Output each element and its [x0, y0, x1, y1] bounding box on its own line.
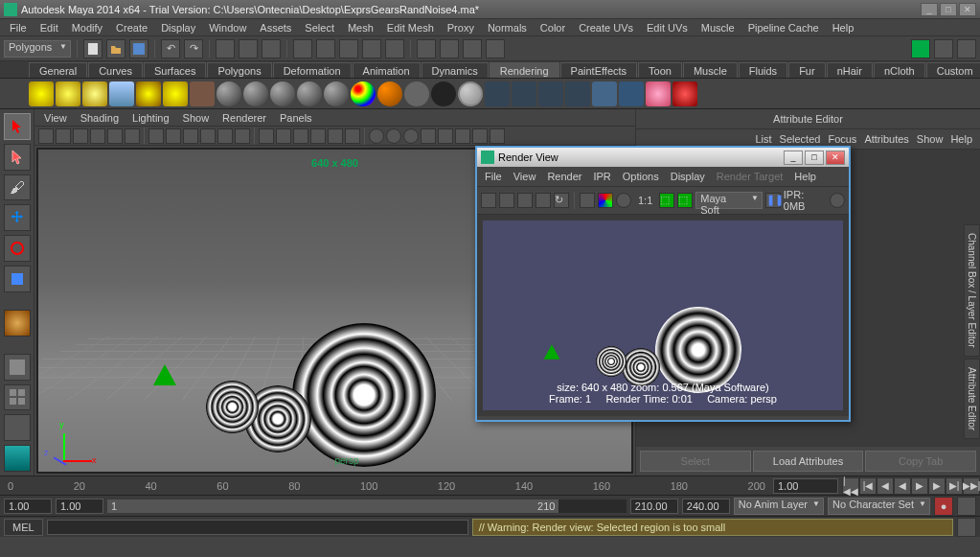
film-gate-icon[interactable] — [166, 128, 181, 144]
open-scene-icon[interactable] — [106, 39, 125, 58]
resolution-gate-icon[interactable] — [183, 128, 198, 144]
menu-display[interactable]: Display — [155, 20, 201, 35]
cancel-batch-icon[interactable] — [565, 81, 590, 106]
volume-light-icon[interactable] — [163, 81, 188, 106]
menu-edit[interactable]: Edit — [34, 20, 64, 35]
xray-icon[interactable] — [386, 128, 401, 144]
attribute-editor-tab[interactable]: Attribute Editor — [964, 359, 980, 439]
rv-menu-ipr[interactable]: IPR — [589, 169, 614, 184]
menu-create-uvs[interactable]: Create UVs — [573, 20, 639, 35]
ae-menu-help[interactable]: Help — [950, 133, 972, 145]
account-icon[interactable] — [934, 39, 953, 58]
move-tool[interactable] — [4, 204, 31, 231]
anim-preferences-button[interactable] — [957, 497, 976, 516]
wireframe-icon[interactable] — [259, 128, 274, 144]
script-editor-button[interactable] — [957, 518, 976, 537]
rv-menu-render[interactable]: Render — [543, 169, 585, 184]
shading-map-icon[interactable] — [458, 81, 483, 106]
menu-edit-mesh[interactable]: Edit Mesh — [381, 20, 440, 35]
rv-pause-ipr-icon[interactable]: ❚❚ — [765, 193, 781, 208]
shelf-tab-surfaces[interactable]: Surfaces — [144, 62, 206, 78]
area-light-icon[interactable] — [109, 81, 134, 106]
motion-blur-icon[interactable] — [472, 128, 488, 144]
menu-edit-uvs[interactable]: Edit UVs — [641, 20, 694, 35]
save-scene-icon[interactable] — [129, 39, 148, 58]
menu-normals[interactable]: Normals — [482, 20, 533, 35]
shelf-tab-rendering[interactable]: Rendering — [490, 62, 559, 78]
persp-outliner-icon[interactable] — [4, 414, 31, 441]
anim-end-field[interactable] — [682, 499, 730, 514]
viewmenu-panels[interactable]: Panels — [274, 110, 318, 126]
ae-load-button[interactable]: Load Attributes — [753, 451, 864, 472]
snap-grid-icon[interactable] — [293, 39, 312, 58]
menu-modify[interactable]: Modify — [66, 20, 108, 35]
ae-menu-list[interactable]: List — [755, 133, 771, 145]
toolbox-icon[interactable] — [957, 39, 976, 58]
play-back-button[interactable]: ◀ — [894, 477, 911, 495]
phonge-material-icon[interactable] — [297, 81, 322, 106]
menu-pipeline-cache[interactable]: Pipeline Cache — [742, 20, 825, 35]
viewmenu-view[interactable]: View — [38, 110, 73, 126]
use-background-icon[interactable] — [431, 81, 456, 106]
menu-assets[interactable]: Assets — [254, 20, 297, 35]
lock-camera-icon[interactable] — [56, 128, 71, 144]
ipr-icon[interactable] — [512, 81, 536, 106]
rv-menu-display[interactable]: Display — [667, 169, 709, 184]
rv-redo-render-icon[interactable] — [481, 193, 496, 208]
shelf-tab-muscle[interactable]: Muscle — [683, 62, 738, 78]
xray-joints-icon[interactable] — [403, 128, 419, 144]
construction-history-icon[interactable] — [417, 39, 436, 58]
ae-menu-focus[interactable]: Focus — [828, 133, 856, 145]
rv-options-icon[interactable] — [580, 193, 595, 208]
render-current-icon[interactable] — [485, 81, 510, 106]
last-tool[interactable] — [4, 310, 31, 337]
rv-menu-help[interactable]: Help — [790, 169, 820, 184]
render-settings-icon[interactable] — [486, 39, 505, 58]
shelf-tab-custom[interactable]: Custom — [926, 62, 980, 78]
command-language-label[interactable]: MEL — [4, 519, 43, 536]
ipr-render-icon[interactable] — [463, 39, 482, 58]
shelf-tab-deformation[interactable]: Deformation — [273, 62, 352, 78]
step-forward-key-button[interactable]: ▶| — [946, 477, 963, 495]
menu-mesh[interactable]: Mesh — [342, 20, 379, 35]
redo-icon[interactable]: ↷ — [184, 39, 203, 58]
ae-select-button[interactable]: Select — [640, 451, 751, 472]
shelf-tab-fur[interactable]: Fur — [788, 62, 826, 78]
shelf-tab-polygons[interactable]: Polygons — [207, 62, 271, 78]
bookmarks-icon[interactable] — [73, 128, 88, 144]
shelf-tab-nhair[interactable]: nHair — [827, 62, 873, 78]
auto-key-button[interactable]: ● — [934, 497, 953, 516]
playback-start-field[interactable] — [56, 499, 103, 514]
grease-pencil-icon[interactable] — [125, 128, 140, 144]
multisample-icon[interactable] — [490, 128, 505, 144]
layered-material-icon[interactable] — [377, 81, 402, 106]
command-input[interactable] — [47, 520, 468, 535]
select-by-component-icon[interactable] — [262, 39, 281, 58]
field-chart-icon[interactable] — [217, 128, 233, 144]
shelf-tab-curves[interactable]: Curves — [88, 62, 143, 78]
ramp-material-icon[interactable] — [351, 81, 376, 106]
grid-toggle-icon[interactable] — [148, 128, 164, 144]
high-quality-icon[interactable] — [438, 128, 453, 144]
anim-layer-dropdown[interactable]: No Anim Layer — [734, 498, 824, 515]
go-to-end-button[interactable]: ▶▶| — [963, 477, 980, 495]
blinn-material-icon[interactable] — [243, 81, 268, 106]
snap-live-icon[interactable] — [385, 39, 404, 58]
rv-close-ipr-icon[interactable] — [830, 193, 845, 208]
render-pass-icon[interactable] — [672, 81, 697, 106]
menu-proxy[interactable]: Proxy — [442, 20, 480, 35]
anim-start-field[interactable] — [4, 499, 52, 514]
rv-remove-image-icon[interactable]: ⬚ — [677, 193, 693, 208]
channel-box-tab[interactable]: Channel Box / Layer Editor — [964, 224, 980, 357]
step-back-key-button[interactable]: |◀ — [859, 477, 877, 495]
single-view-icon[interactable] — [4, 354, 31, 381]
snap-plane-icon[interactable] — [362, 39, 381, 58]
shelf-tab-painteffects[interactable]: PaintEffects — [560, 62, 638, 78]
hypershade-icon[interactable] — [619, 81, 644, 106]
render-canvas[interactable]: size: 640 x 480 zoom: 0.567 (Maya Softwa… — [483, 220, 843, 410]
flat-shade-icon[interactable] — [293, 128, 308, 144]
2d-pan-icon[interactable] — [107, 128, 123, 144]
viewmenu-shading[interactable]: Shading — [75, 110, 125, 126]
snap-curve-icon[interactable] — [316, 39, 335, 58]
rv-menu-options[interactable]: Options — [619, 169, 663, 184]
